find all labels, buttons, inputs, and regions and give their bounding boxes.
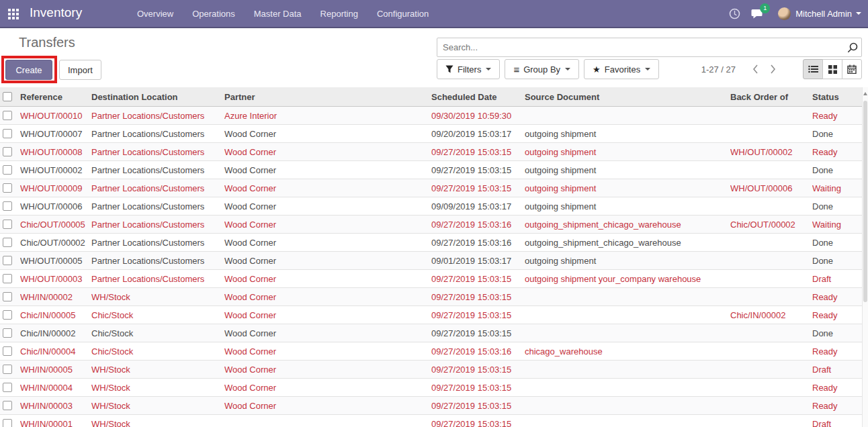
cell-status: Ready: [812, 401, 862, 411]
row-checkbox[interactable]: [3, 220, 12, 229]
table-row[interactable]: WH/OUT/00003 Partner Locations/Customers…: [0, 270, 862, 288]
row-checkbox[interactable]: [3, 292, 12, 301]
row-checkbox[interactable]: [3, 111, 12, 120]
row-checkbox[interactable]: [3, 383, 12, 392]
row-checkbox[interactable]: [3, 147, 12, 156]
cell-destination-location: Partner Locations/Customers: [91, 201, 224, 211]
pager-range: 1-27 / 27: [701, 64, 736, 75]
column-header-reference[interactable]: Reference: [20, 92, 91, 102]
row-checkbox[interactable]: [3, 274, 12, 283]
table-row[interactable]: WH/IN/00004 WH/Stock Wood Corner 09/27/2…: [0, 379, 862, 397]
list-view-button[interactable]: [803, 59, 823, 79]
column-header-scheduled-date[interactable]: Scheduled Date: [431, 92, 525, 102]
row-checkbox[interactable]: [3, 238, 12, 247]
table-row[interactable]: Chic/IN/00004 Chic/Stock Wood Corner 09/…: [0, 342, 862, 361]
create-button[interactable]: Create: [5, 60, 52, 80]
pager-previous-button[interactable]: [746, 59, 764, 79]
cell-partner: Wood Corner: [224, 310, 431, 320]
column-header-back-order-of[interactable]: Back Order of: [730, 92, 812, 102]
cell-partner: Wood Corner: [224, 238, 431, 248]
chevron-down-icon: [565, 68, 570, 70]
row-checkbox[interactable]: [3, 183, 12, 193]
row-checkbox[interactable]: [3, 346, 12, 356]
cell-scheduled-date: 09/27/2019 15:03:16: [431, 238, 525, 248]
table-row[interactable]: Chic/OUT/00005 Partner Locations/Custome…: [0, 216, 862, 234]
filters-button[interactable]: Filters: [437, 59, 500, 79]
group-by-button[interactable]: ≡ Group By: [505, 59, 579, 79]
select-all-checkbox[interactable]: [3, 92, 12, 101]
cell-reference: WH/OUT/00007: [20, 129, 91, 139]
import-button[interactable]: Import: [59, 60, 101, 80]
cell-status: Done: [812, 129, 862, 139]
row-checkbox[interactable]: [3, 256, 12, 265]
cell-partner: Wood Corner: [224, 346, 431, 357]
table-row[interactable]: WH/OUT/00008 Partner Locations/Customers…: [0, 143, 862, 161]
table-row[interactable]: WH/OUT/00005 Partner Locations/Customers…: [0, 252, 862, 270]
column-header-destination-location[interactable]: Destination Location: [91, 92, 224, 102]
control-panel: Transfers Create Import Filters ≡: [0, 28, 868, 87]
scrollbar-thumb[interactable]: [863, 101, 867, 302]
table-row[interactable]: WH/IN/00005 WH/Stock Wood Corner 09/27/2…: [0, 361, 862, 379]
table-row[interactable]: WH/OUT/00010 Partner Locations/Customers…: [0, 107, 862, 125]
table-row[interactable]: Chic/IN/00005 Chic/Stock Wood Corner 09/…: [0, 306, 862, 324]
cell-partner: Wood Corner: [224, 165, 431, 175]
cell-partner: Wood Corner: [224, 220, 431, 230]
table-row[interactable]: WH/IN/00002 WH/Stock Wood Corner 09/27/2…: [0, 288, 862, 306]
table-row[interactable]: Chic/OUT/00002 Partner Locations/Custome…: [0, 234, 862, 252]
calendar-view-button[interactable]: [842, 59, 862, 79]
column-header-source-document[interactable]: Source Document: [525, 92, 730, 102]
apps-grid-icon[interactable]: [8, 9, 19, 19]
cell-reference: WH/IN/00001: [20, 419, 91, 427]
table-row[interactable]: WH/IN/00003 WH/Stock Wood Corner 09/27/2…: [0, 397, 862, 415]
cell-destination-location: Partner Locations/Customers: [91, 274, 224, 284]
cell-partner: Wood Corner: [224, 147, 431, 157]
cell-destination-location: WH/Stock: [91, 292, 224, 302]
activities-clock-icon[interactable]: [723, 0, 746, 27]
table-row[interactable]: WH/OUT/00009 Partner Locations/Customers…: [0, 179, 862, 197]
messages-bubble-icon[interactable]: 1: [746, 0, 769, 27]
search-options: Filters ≡ Group By ★ Favorites: [437, 59, 659, 79]
app-name[interactable]: Inventory: [30, 5, 82, 20]
table-body: WH/OUT/00010 Partner Locations/Customers…: [0, 107, 862, 427]
cell-reference: WH/IN/00004: [20, 383, 91, 393]
user-menu[interactable]: Mitchell Admin: [778, 7, 861, 20]
column-header-status[interactable]: Status: [812, 92, 862, 102]
table-row[interactable]: Chic/IN/00002 Chic/Stock Wood Corner 09/…: [0, 324, 862, 342]
nav-menu-master-data[interactable]: Master Data: [245, 1, 311, 28]
cell-scheduled-date: 09/01/2019 15:03:17: [431, 256, 525, 266]
pager-next-button[interactable]: [764, 59, 781, 79]
cell-destination-location: Partner Locations/Customers: [91, 147, 224, 157]
table-row[interactable]: WH/IN/00001 WH/Stock 09/27/2019 15:03:15…: [0, 415, 862, 427]
row-checkbox[interactable]: [3, 129, 12, 138]
favorites-button[interactable]: ★ Favorites: [584, 59, 659, 79]
search-bar: [437, 38, 862, 57]
cell-reference: Chic/OUT/00002: [20, 238, 91, 248]
row-checkbox[interactable]: [3, 165, 12, 175]
row-checkbox[interactable]: [3, 310, 12, 320]
nav-menu-operations[interactable]: Operations: [183, 1, 245, 28]
row-checkbox[interactable]: [3, 419, 12, 427]
search-icon[interactable]: [844, 42, 861, 53]
top-navbar: Inventory Overview Operations Master Dat…: [0, 0, 868, 28]
scroll-up-arrow-icon[interactable]: [863, 92, 867, 95]
kanban-view-button[interactable]: [822, 59, 842, 79]
row-checkbox[interactable]: [3, 401, 12, 410]
search-input[interactable]: [437, 42, 844, 52]
favorites-label: Favorites: [605, 64, 640, 75]
vertical-scrollbar[interactable]: [862, 87, 868, 427]
row-checkbox[interactable]: [3, 365, 12, 374]
table-row[interactable]: WH/OUT/00002 Partner Locations/Customers…: [0, 161, 862, 179]
cell-source-document: outgoing_shipment_chicago_warehouse: [525, 238, 730, 248]
nav-menu-configuration[interactable]: Configuration: [367, 1, 438, 28]
column-header-partner[interactable]: Partner: [224, 92, 431, 102]
row-checkbox[interactable]: [3, 328, 12, 338]
table-row[interactable]: WH/OUT/00007 Partner Locations/Customers…: [0, 125, 862, 143]
row-checkbox[interactable]: [3, 201, 12, 211]
cell-destination-location: Partner Locations/Customers: [91, 238, 224, 248]
nav-menu-reporting[interactable]: Reporting: [311, 1, 367, 28]
nav-menu-overview[interactable]: Overview: [128, 1, 183, 28]
table-row[interactable]: WH/OUT/00006 Partner Locations/Customers…: [0, 197, 862, 216]
cell-destination-location: WH/Stock: [91, 383, 224, 393]
cell-reference: WH/OUT/00010: [20, 111, 91, 121]
cell-scheduled-date: 09/27/2019 15:03:15: [431, 310, 525, 320]
